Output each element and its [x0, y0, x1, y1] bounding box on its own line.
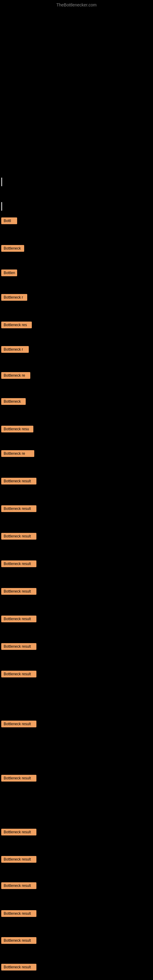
bottleneck-badge-17[interactable]: Bottleneck result — [1, 643, 37, 650]
site-title: TheBottlenecker.com — [56, 2, 97, 7]
bottleneck-badge-20[interactable]: Bottleneck result — [1, 775, 37, 781]
bottleneck-badge-21[interactable]: Bottleneck result — [1, 829, 37, 835]
bottleneck-badge-22[interactable]: Bottleneck result — [1, 856, 37, 863]
bottleneck-badge-10[interactable]: Bottleneck re — [1, 450, 34, 457]
cursor-line-2 — [1, 202, 2, 211]
bottleneck-badge-15[interactable]: Bottleneck result — [1, 588, 37, 595]
bottleneck-badge-23[interactable]: Bottleneck result — [1, 882, 37, 889]
bottleneck-badge-16[interactable]: Bottleneck result — [1, 616, 37, 622]
bottleneck-badge-24[interactable]: Bottleneck result — [1, 910, 37, 917]
bottleneck-badge-26[interactable]: Bottleneck result — [1, 964, 37, 970]
bottleneck-badge-12[interactable]: Bottleneck result — [1, 505, 37, 512]
bottleneck-badge-4[interactable]: Bottleneck r — [1, 294, 27, 301]
bottleneck-badge-6[interactable]: Bottleneck r — [1, 346, 29, 353]
bottleneck-badge-13[interactable]: Bottleneck result — [1, 533, 37, 539]
bottleneck-badge-5[interactable]: Bottleneck res — [1, 321, 32, 328]
bottleneck-badge-8[interactable]: Bottleneck — [1, 398, 26, 405]
bottleneck-badge-18[interactable]: Bottleneck result — [1, 671, 37, 678]
bottleneck-badge-19[interactable]: Bottleneck result — [1, 721, 37, 727]
bottleneck-badge-7[interactable]: Bottleneck re — [1, 372, 30, 379]
bottleneck-badge-9[interactable]: Bottleneck resu — [1, 426, 33, 433]
cursor-line-1 — [1, 178, 2, 186]
bottleneck-badge-11[interactable]: Bottleneck result — [1, 478, 37, 485]
bottleneck-badge-2[interactable]: Bottleneck — [1, 245, 24, 252]
bottleneck-badge-25[interactable]: Bottleneck result — [1, 937, 37, 944]
bottleneck-badge-3[interactable]: Bottlen — [1, 269, 17, 276]
bottleneck-badge-1[interactable]: Bottl — [1, 218, 17, 224]
bottleneck-badge-14[interactable]: Bottleneck result — [1, 560, 37, 567]
